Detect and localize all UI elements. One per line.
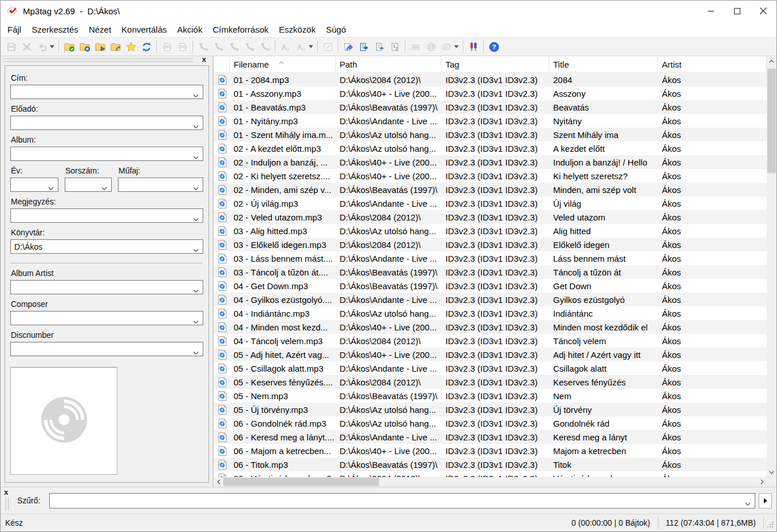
- horizontal-scroll-thumb[interactable]: [223, 478, 379, 486]
- table-row[interactable]: 02 - Induljon a banzáj, ...D:\Ákos\40+ -…: [214, 155, 767, 169]
- cell-title: Keserves fényűzés: [549, 377, 658, 387]
- maximize-button[interactable]: [724, 1, 750, 21]
- table-row[interactable]: 06 - Keresd meg a lányt....D:\Ákos\Andan…: [214, 430, 767, 444]
- menu-sugo[interactable]: Súgó: [321, 23, 351, 36]
- table-row[interactable]: 01 - 2084.mp3D:\Ákos\2084 (2012)\ID3v2.3…: [214, 73, 767, 86]
- column-header-path[interactable]: Path: [336, 56, 441, 72]
- help-button[interactable]: ?: [486, 39, 502, 54]
- dropdown-caret-icon[interactable]: [50, 45, 54, 48]
- comment-field[interactable]: [10, 208, 203, 223]
- menu-cimkeforrasok[interactable]: Címkeforrások: [207, 23, 274, 36]
- menu-nezet[interactable]: Nézet: [84, 23, 116, 36]
- filter-close-button[interactable]: x: [4, 488, 8, 496]
- menu-szerkesztes[interactable]: Szerkesztés: [26, 23, 84, 36]
- change-directory-button[interactable]: [61, 39, 77, 54]
- dropdown-caret-icon[interactable]: [309, 45, 313, 48]
- filter-apply-button[interactable]: [759, 493, 772, 509]
- close-button[interactable]: [750, 1, 776, 21]
- table-row[interactable]: 02 - A kezdet előtt.mp3D:\Ákos\Az utolsó…: [214, 141, 767, 155]
- menu-akciok[interactable]: Akciók: [172, 23, 207, 36]
- table-row[interactable]: 06 - Vén tinédzserek.mp3D:\Ákos\2084 (20…: [214, 471, 767, 477]
- table-row[interactable]: 02 - Ki helyett szeretsz....D:\Ákos\40+ …: [214, 169, 767, 183]
- artist-field[interactable]: [10, 116, 203, 130]
- column-header-title[interactable]: Title: [549, 56, 658, 72]
- filter-input[interactable]: [49, 493, 755, 509]
- dropdown-caret-icon[interactable]: [454, 45, 459, 48]
- table-row[interactable]: 05 - Keserves fényűzés....D:\Ákos\2084 (…: [214, 375, 767, 389]
- track-field[interactable]: [65, 178, 112, 192]
- table-row[interactable]: 03 - Láss bennem mást....D:\Ákos\Andante…: [214, 251, 767, 265]
- table-row[interactable]: 01 - Szent Mihály ima.m...D:\Ákos\Az uto…: [214, 128, 767, 141]
- table-row[interactable]: 05 - Nem.mp3D:\Ákos\Beavatás (1997)\ID3v…: [214, 389, 767, 403]
- open-directory-button[interactable]: [92, 39, 108, 54]
- table-row[interactable]: 04 - Get Down.mp3D:\Ákos\Beavatás (1997)…: [214, 279, 767, 293]
- column-header-filename[interactable]: Filename: [230, 56, 336, 72]
- menu-konvertalas[interactable]: Konvertálás: [116, 23, 172, 36]
- table-row[interactable]: 03 - Alig hitted.mp3D:\Ákos\Az utolsó ha…: [214, 224, 767, 238]
- table-row[interactable]: 01 - Asszony.mp3D:\Ákos\40+ - Live (200.…: [214, 86, 767, 100]
- refresh-button[interactable]: [139, 39, 154, 54]
- table-row[interactable]: 05 - Csillagok alatt.mp3D:\Ákos\Andante …: [214, 361, 767, 375]
- add-directory-button[interactable]: [77, 39, 92, 54]
- table-row[interactable]: 04 - Táncolj velem.mp3D:\Ákos\2084 (2012…: [214, 334, 767, 348]
- cell-title: A kezdet előtt: [549, 144, 658, 153]
- scroll-right-icon[interactable]: [757, 477, 767, 487]
- options-button[interactable]: [466, 39, 481, 54]
- cell-tag: ID3v2.3 (ID3v1 ID3v2.3): [441, 350, 549, 360]
- cell-tag: ID3v2.3 (ID3v1 ID3v2.3): [441, 171, 549, 181]
- title-field[interactable]: [10, 85, 203, 99]
- table-row[interactable]: 04 - Indiántánc.mp3D:\Ákos\Az utolsó han…: [214, 306, 767, 320]
- table-row[interactable]: 06 - Majom a ketrecben...D:\Ákos\40+ - L…: [214, 444, 767, 458]
- scroll-up-icon[interactable]: [767, 56, 776, 66]
- table-row[interactable]: 03 - Előkelő idegen.mp3D:\Ákos\2084 (201…: [214, 238, 767, 251]
- year-field[interactable]: [10, 178, 58, 192]
- parent-directory-button[interactable]: [108, 39, 123, 54]
- table-row[interactable]: 06 - Titok.mp3D:\Ákos\Beavatás (1997)\ID…: [214, 458, 767, 471]
- audio-file-icon: [214, 405, 230, 415]
- composer-field[interactable]: [10, 311, 203, 325]
- minimize-button[interactable]: [697, 1, 724, 21]
- textfile-to-tag-button[interactable]: [372, 39, 387, 54]
- table-row[interactable]: 04 - Gyilkos ezüstgolyó....D:\Ákos\Andan…: [214, 293, 767, 306]
- tag-panel-grip[interactable]: x: [3, 58, 208, 64]
- toolbar-separator: [483, 41, 484, 53]
- vertical-scrollbar[interactable]: [767, 56, 776, 477]
- tag-to-filename-button[interactable]: [341, 39, 356, 54]
- resize-grip-icon[interactable]: [766, 521, 775, 530]
- filter-bar: x Szűrő:: [1, 487, 776, 514]
- horizontal-scrollbar[interactable]: [214, 477, 767, 487]
- table-row[interactable]: 06 - Gondolnék rád.mp3D:\Ákos\Az utolsó …: [214, 416, 767, 430]
- album-field[interactable]: [10, 147, 203, 161]
- table-row[interactable]: 05 - Új törvény.mp3D:\Ákos\Az utolsó han…: [214, 403, 767, 416]
- album-artist-field[interactable]: [10, 280, 203, 294]
- menu-eszkozok[interactable]: Eszközök: [274, 23, 321, 36]
- audio-file-icon: [214, 460, 230, 470]
- table-row[interactable]: 02 - Új világ.mp3D:\Ákos\Andante - Live …: [214, 196, 767, 210]
- table-row[interactable]: 05 - Adj hitet, Azért vag...D:\Ákos\40+ …: [214, 348, 767, 361]
- table-row[interactable]: 01 - Nyitány.mp3D:\Ákos\Andante - Live .…: [214, 114, 767, 128]
- mp3tag-logo-icon: [6, 5, 18, 17]
- table-row[interactable]: 02 - Veled utazom.mp3D:\Ákos\2084 (2012)…: [214, 210, 767, 224]
- tag-panel-close-button[interactable]: x: [202, 56, 206, 64]
- scroll-down-icon[interactable]: [767, 467, 776, 477]
- print-preview-button: [175, 39, 190, 54]
- table-row[interactable]: 04 - Minden most kezd...D:\Ákos\40+ - Li…: [214, 320, 767, 334]
- discnumber-field[interactable]: [10, 342, 203, 356]
- filename-to-tag-button[interactable]: [356, 39, 372, 54]
- column-header-tag[interactable]: Tag: [441, 56, 549, 72]
- table-row[interactable]: 03 - Táncolj a tűzön át....D:\Ákos\Beava…: [214, 265, 767, 279]
- auto-numbering-button[interactable]: 12: [387, 39, 403, 54]
- table-row[interactable]: 01 - Beavatás.mp3D:\Ákos\Beavatás (1997)…: [214, 100, 767, 114]
- directory-field[interactable]: D:\Ákos: [10, 239, 203, 254]
- favorite-directory-button[interactable]: [123, 39, 139, 54]
- scroll-left-icon[interactable]: [214, 477, 223, 487]
- cell-artist: Ákos: [658, 144, 767, 153]
- column-header-artist[interactable]: Artist: [658, 56, 767, 72]
- album-art-placeholder[interactable]: [10, 367, 117, 475]
- column-header-icon[interactable]: [214, 56, 230, 72]
- menu-fajl[interactable]: Fájl: [2, 23, 26, 36]
- vertical-scroll-thumb[interactable]: [767, 69, 776, 173]
- cell-artist: Ákos: [658, 309, 767, 318]
- table-row[interactable]: 02 - Minden, ami szép v...D:\Ákos\Beavat…: [214, 183, 767, 196]
- genre-field[interactable]: [118, 178, 203, 192]
